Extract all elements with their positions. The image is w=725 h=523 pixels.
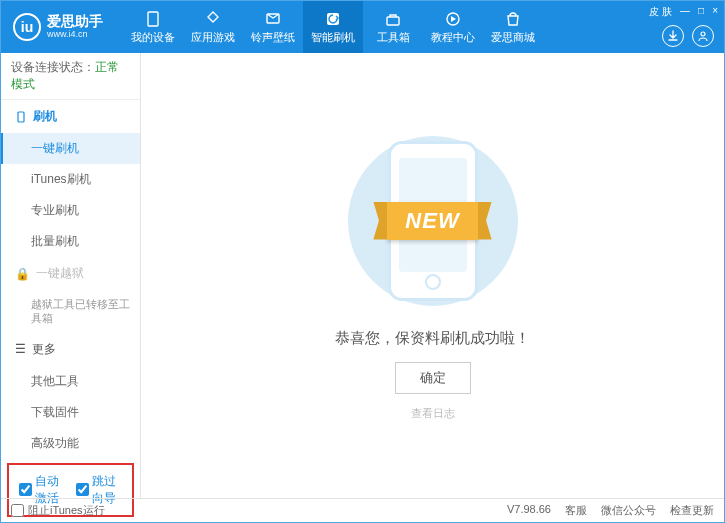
sidebar-category-more[interactable]: ☰ 更多	[1, 333, 140, 366]
sidebar-item-flash-0[interactable]: 一键刷机	[1, 133, 140, 164]
logo-icon: iu	[13, 13, 41, 41]
nav-item-3[interactable]: 智能刷机	[303, 1, 363, 53]
support-link[interactable]: 客服	[565, 503, 587, 518]
close-button[interactable]: ×	[712, 5, 718, 19]
new-ribbon: NEW	[387, 202, 477, 240]
top-nav: 我的设备应用游戏铃声壁纸智能刷机工具箱教程中心爱思商城	[123, 1, 543, 53]
nav-item-4[interactable]: 工具箱	[363, 1, 423, 53]
svg-rect-3	[387, 17, 399, 25]
maximize-button[interactable]: □	[698, 5, 704, 19]
success-caption: 恭喜您，保资料刷机成功啦！	[335, 329, 530, 348]
svg-rect-6	[18, 112, 24, 122]
phone-icon	[144, 10, 162, 28]
wallpaper-icon	[264, 10, 282, 28]
success-illustration: NEW	[343, 131, 523, 311]
sidebar-item-more-0[interactable]: 其他工具	[1, 366, 140, 397]
sidebar-item-flash-2[interactable]: 专业刷机	[1, 195, 140, 226]
window-controls: 皮 肤 — □ ×	[649, 5, 718, 19]
skin-button[interactable]: 皮 肤	[649, 5, 672, 19]
footer: 阻止iTunes运行 V7.98.66 客服 微信公众号 检查更新	[1, 498, 724, 522]
logo: iu 爱思助手 www.i4.cn	[1, 13, 115, 41]
svg-point-5	[701, 32, 705, 36]
list-icon: ☰	[15, 342, 26, 356]
lock-icon: 🔒	[15, 267, 30, 281]
sidebar-item-more-1[interactable]: 下载固件	[1, 397, 140, 428]
nav-item-5[interactable]: 教程中心	[423, 1, 483, 53]
phone-icon	[15, 111, 27, 123]
app-url: www.i4.cn	[47, 30, 103, 40]
sidebar-item-more-2[interactable]: 高级功能	[1, 428, 140, 459]
sidebar-category-jailbreak[interactable]: 🔒 一键越狱	[1, 257, 140, 290]
block-itunes-checkbox[interactable]	[11, 504, 24, 517]
user-icon[interactable]	[692, 25, 714, 47]
connection-status: 设备连接状态：正常模式	[1, 53, 140, 100]
download-icon[interactable]	[662, 25, 684, 47]
main-content: NEW 恭喜您，保资料刷机成功啦！ 确定 查看日志	[141, 53, 724, 498]
jailbreak-note: 越狱工具已转移至工具箱	[1, 290, 140, 333]
tutorial-icon	[444, 10, 462, 28]
app-header: iu 爱思助手 www.i4.cn 我的设备应用游戏铃声壁纸智能刷机工具箱教程中…	[1, 1, 724, 53]
apps-icon	[204, 10, 222, 28]
ok-button[interactable]: 确定	[395, 362, 471, 394]
nav-item-6[interactable]: 爱思商城	[483, 1, 543, 53]
sidebar-item-flash-3[interactable]: 批量刷机	[1, 226, 140, 257]
flash-icon	[324, 10, 342, 28]
nav-item-1[interactable]: 应用游戏	[183, 1, 243, 53]
sidebar-category-flash[interactable]: 刷机	[1, 100, 140, 133]
sidebar-item-flash-1[interactable]: iTunes刷机	[1, 164, 140, 195]
store-icon	[504, 10, 522, 28]
toolbox-icon	[384, 10, 402, 28]
nav-item-2[interactable]: 铃声壁纸	[243, 1, 303, 53]
view-log-link[interactable]: 查看日志	[411, 406, 455, 421]
minimize-button[interactable]: —	[680, 5, 690, 19]
wechat-link[interactable]: 微信公众号	[601, 503, 656, 518]
svg-rect-0	[148, 12, 158, 26]
version-label: V7.98.66	[507, 503, 551, 518]
app-name: 爱思助手	[47, 14, 103, 29]
nav-item-0[interactable]: 我的设备	[123, 1, 183, 53]
sidebar: 设备连接状态：正常模式 刷机 一键刷机iTunes刷机专业刷机批量刷机 🔒 一键…	[1, 53, 141, 498]
update-link[interactable]: 检查更新	[670, 503, 714, 518]
